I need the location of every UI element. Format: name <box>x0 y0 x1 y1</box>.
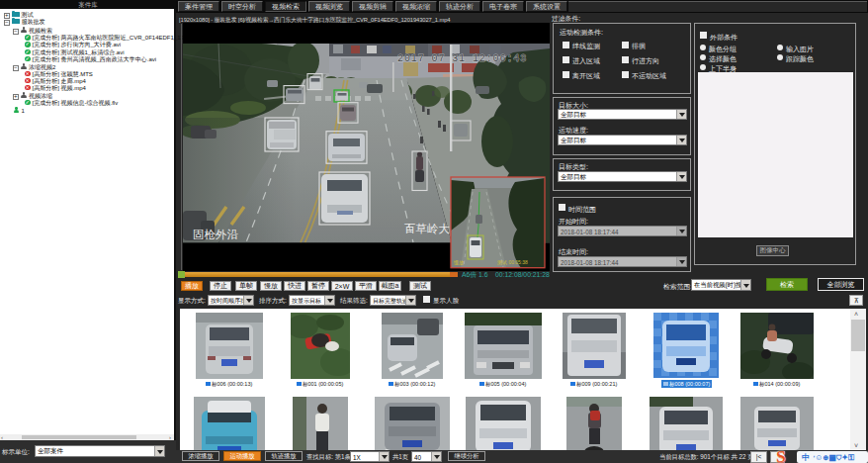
svg-text:百草岭大: 百草岭大 <box>404 223 450 234</box>
svg-text:固枪外沿: 固枪外沿 <box>193 229 239 240</box>
svg-text:2017 07 31 12:06:43: 2017 07 31 12:06:43 <box>397 53 527 64</box>
svg-text:慢放: 慢放 <box>453 259 464 266</box>
svg-text:测试 00:05:38: 测试 00:05:38 <box>497 259 528 266</box>
